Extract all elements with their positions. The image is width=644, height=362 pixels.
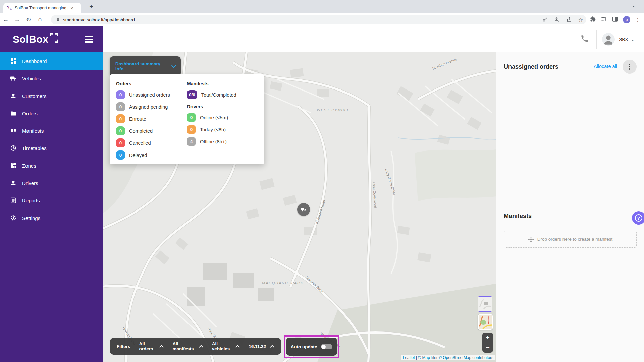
share-icon[interactable] [566, 17, 572, 23]
person-icon [10, 93, 17, 99]
sidebar-item-settings[interactable]: Settings [0, 209, 103, 227]
chevron-up-icon [159, 345, 164, 348]
count-badge: 0 [187, 125, 196, 134]
browser-profile-avatar[interactable]: p [623, 16, 630, 23]
lock-icon [56, 17, 60, 22]
sidebar-item-timetables[interactable]: Timetables [0, 139, 103, 157]
map-filter-bar: Filters All orders All manifests All veh… [110, 338, 281, 355]
filter-orders-dropdown[interactable]: All orders [139, 341, 164, 351]
allocate-all-link[interactable]: Allocate all [594, 64, 617, 70]
maptiler-link[interactable]: © MapTiler [418, 355, 437, 360]
phone-forwarded-icon[interactable] [580, 34, 589, 44]
annotation-highlight: Auto update [284, 335, 339, 358]
auto-update-toggle[interactable] [321, 344, 332, 349]
move-arrows-icon [528, 236, 534, 242]
bookmark-star-icon[interactable]: ☆ [578, 17, 583, 23]
summary-row-online: 0 Online (<5m) [187, 113, 259, 122]
back-button[interactable]: ← [0, 16, 11, 23]
solbox-logo: SolBox [13, 34, 58, 45]
basemap-layer-grey[interactable] [478, 296, 492, 312]
orders-section-title: Orders [116, 81, 186, 86]
sidebar-item-manifests[interactable]: Manifests [0, 122, 103, 139]
truck-icon [10, 75, 17, 82]
manifest-dropzone[interactable]: Drop orders here to create a manifest [504, 231, 637, 248]
summary-row-today: 0 Today (<8h) [187, 125, 259, 134]
vehicle-marker[interactable] [297, 203, 310, 216]
map-area-label: WEST PYMBLE [317, 108, 350, 112]
manifests-panel-title: Manifests [504, 213, 532, 220]
count-badge: 0 [187, 113, 196, 122]
summary-row-unassigned: 0 Unassigned orders [116, 90, 186, 99]
reading-list-icon[interactable] [601, 16, 607, 24]
header-divider [596, 30, 597, 49]
home-button[interactable]: ⌂ [34, 16, 46, 23]
sidebar-item-zones[interactable]: Zones [0, 157, 103, 174]
summary-row-enroute: 0 Enroute [116, 114, 186, 123]
tab-search-chevron-icon[interactable]: ⌄ [631, 2, 636, 8]
sidebar-item-reports[interactable]: Reports [0, 192, 103, 209]
zoom-out-button[interactable]: − [482, 343, 493, 353]
manifest-card-icon [10, 127, 17, 134]
zoom-in-button[interactable]: + [482, 333, 493, 343]
orders-menu-button[interactable] [623, 60, 637, 74]
filter-date-dropdown[interactable]: 16.11.22 [249, 344, 274, 349]
count-badge: 0 [116, 126, 125, 135]
browser-toolbar: ← → ↻ ⌂ smartmove.solbox.it/app/dashboar… [0, 13, 644, 26]
address-bar[interactable]: smartmove.solbox.it/app/dashboard ☆ [51, 15, 586, 24]
filters-label: Filters [117, 344, 130, 349]
map-zoom-control: + − [482, 333, 493, 353]
account-menu[interactable]: SBX ⌄ [602, 33, 635, 46]
screen: S SolBox Transport managing pla × + ⌄ ← … [0, 0, 644, 362]
chevron-down-icon [171, 65, 176, 68]
sidebar-item-dashboard[interactable]: Dashboard [0, 52, 103, 70]
count-badge: 0/0 [187, 90, 197, 99]
question-mark-icon: ? [635, 214, 642, 222]
sidebar-item-drivers[interactable]: Drivers [0, 174, 103, 192]
sidebar-item-vehicles[interactable]: Vehicles [0, 70, 103, 87]
basemap-layer-streets[interactable] [478, 314, 493, 330]
toggle-knob [321, 345, 326, 349]
folder-icon [10, 110, 17, 117]
right-panel: Unassigned orders Allocate all Manifests… [496, 52, 644, 362]
count-badge: 4 [187, 137, 196, 146]
new-tab-button[interactable]: + [87, 2, 96, 11]
logo-text: SolBox [13, 34, 48, 45]
zoom-page-icon[interactable] [554, 17, 560, 23]
url-text: smartmove.solbox.it/app/dashboard [63, 17, 536, 22]
help-button[interactable]: ? [632, 211, 644, 225]
tab-close-icon[interactable]: × [70, 5, 73, 11]
zones-grid-icon [10, 162, 17, 169]
dashboard-summary-toggle[interactable]: Dashboard summary info [110, 56, 181, 76]
osm-link[interactable]: © OpenStreetMap contributors [439, 355, 493, 360]
app-header: SBX ⌄ [103, 26, 644, 52]
user-avatar [602, 33, 615, 46]
drivers-section-title: Drivers [187, 104, 259, 109]
summary-row-cancelled: 0 Cancelled [116, 138, 186, 147]
dashboard-summary-panel: Orders 0 Unassigned orders 0 Assigned pe… [110, 74, 264, 164]
summary-row-completed: 0 Completed [116, 126, 186, 135]
filter-manifests-dropdown[interactable]: All manifests [172, 341, 203, 351]
solbox-favicon: S [7, 5, 12, 11]
count-badge: 0 [116, 90, 125, 99]
extensions-puzzle-icon[interactable] [590, 16, 596, 24]
dashboard-icon [10, 58, 17, 64]
sidebar-item-customers[interactable]: Customers [0, 87, 103, 105]
clock-icon [10, 145, 17, 152]
reload-button[interactable]: ↻ [23, 16, 34, 23]
forward-button[interactable]: → [11, 16, 23, 23]
count-badge: 0 [116, 114, 125, 123]
browser-menu-icon[interactable]: ⋮ [635, 17, 640, 23]
truck-marker-icon [300, 206, 307, 213]
filter-vehicles-dropdown[interactable]: All vehicles [212, 341, 240, 351]
browser-tab[interactable]: S SolBox Transport managing pla × [3, 3, 81, 13]
password-key-icon[interactable] [542, 17, 548, 23]
summary-toggle-label: Dashboard summary info [115, 61, 168, 71]
side-panel-icon[interactable] [612, 16, 618, 24]
driver-person-icon [10, 180, 17, 186]
unassigned-orders-title: Unassigned orders [504, 63, 558, 70]
sidebar-item-orders[interactable]: Orders [0, 105, 103, 122]
dropzone-text: Drop orders here to create a manifest [537, 237, 612, 242]
menu-toggle-icon[interactable] [83, 35, 95, 44]
auto-update-label: Auto update [291, 344, 317, 349]
leaflet-link[interactable]: Leaflet [402, 355, 415, 360]
